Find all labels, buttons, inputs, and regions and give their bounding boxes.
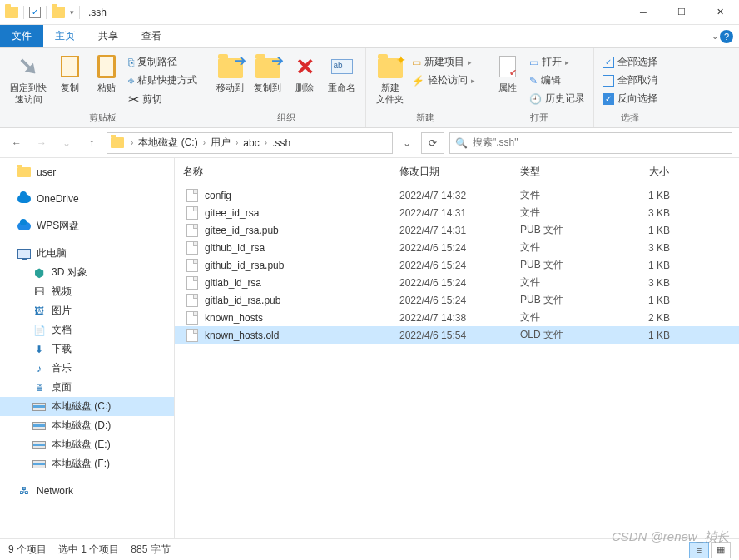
tree-item-desktop[interactable]: 🖥桌面 — [0, 378, 174, 397]
tree-item-drive-e[interactable]: 本地磁盘 (E:) — [0, 435, 174, 454]
file-name: known_hosts — [205, 312, 263, 324]
pin-button[interactable]: 固定到快 速访问 — [5, 52, 52, 107]
address-dropdown[interactable]: ⌄ — [398, 132, 416, 154]
refresh-button[interactable]: ⟳ — [421, 132, 444, 154]
minimize-button[interactable]: ─ — [624, 0, 662, 25]
file-row[interactable]: gitlab_id_rsa.pub2022/4/6 15:24PUB 文件1 K… — [175, 291, 739, 309]
ribbon-help[interactable]: ⌄ ? — [706, 25, 739, 47]
paste-shortcut-button[interactable]: ⎆粘贴快捷方式 — [125, 72, 201, 89]
file-name: gitee_id_rsa.pub — [205, 225, 279, 236]
tree-item-pictures[interactable]: 🖼图片 — [0, 301, 174, 320]
properties-button[interactable]: 属性 — [489, 52, 526, 95]
file-row[interactable]: config2022/4/7 14:32文件1 KB — [175, 186, 739, 204]
file-date: 2022/4/7 14:31 — [391, 207, 512, 219]
ribbon-group-organize: ➔ 移动到 ➔ 复制到 ✕ 删除 重命名 组织 — [206, 48, 366, 127]
folder-icon: ✦ — [378, 58, 403, 78]
address-bar[interactable]: › 本地磁盘 (C:) › 用户 › abc › .ssh — [107, 132, 393, 154]
file-row[interactable]: github_id_rsa2022/4/6 15:24文件3 KB — [175, 239, 739, 256]
collapse-ribbon-icon[interactable]: ⌄ — [712, 32, 718, 41]
tree-item-downloads[interactable]: ⬇下载 — [0, 339, 174, 359]
open-button[interactable]: ▭打开▸ — [526, 53, 588, 71]
chevron-right-icon[interactable]: › — [201, 138, 207, 147]
breadcrumb-item[interactable]: 本地磁盘 (C:) — [136, 136, 199, 150]
desktop-icon: 🖥 — [32, 381, 47, 394]
file-row[interactable]: gitlab_id_rsa2022/4/6 15:24文件3 KB — [175, 274, 739, 291]
file-size: 1 KB — [612, 295, 678, 306]
chevron-right-icon[interactable]: › — [129, 138, 135, 147]
tab-view[interactable]: 查看 — [130, 25, 173, 47]
breadcrumb-item[interactable]: .ssh — [270, 137, 292, 149]
tree-item-drive-f[interactable]: 本地磁盘 (F:) — [0, 454, 174, 473]
file-row[interactable]: known_hosts2022/4/7 14:38文件2 KB — [175, 309, 739, 326]
tab-file[interactable]: 文件 — [0, 25, 43, 47]
file-rows[interactable]: config2022/4/7 14:32文件1 KBgitee_id_rsa20… — [175, 186, 739, 538]
tree-item-drive-d[interactable]: 本地磁盘 (D:) — [0, 416, 174, 435]
history-button[interactable]: 🕘历史记录 — [526, 90, 588, 107]
col-header-type[interactable]: 类型 — [512, 158, 612, 186]
tree-item-documents[interactable]: 📄文档 — [0, 320, 174, 339]
close-button[interactable]: ✕ — [701, 0, 739, 25]
breadcrumb-item[interactable]: abc — [241, 137, 260, 149]
new-item-button[interactable]: ▭新建项目▸ — [409, 53, 479, 71]
up-button[interactable]: ↑ — [82, 133, 102, 153]
col-header-date[interactable]: 修改日期 — [391, 158, 512, 186]
view-details-button[interactable]: ≡ — [689, 542, 709, 558]
maximize-button[interactable]: ☐ — [662, 0, 701, 25]
separator — [23, 6, 24, 19]
delete-button[interactable]: ✕ 删除 — [286, 52, 323, 95]
tree-item-music[interactable]: ♪音乐 — [0, 359, 174, 378]
file-row[interactable]: gitee_id_rsa.pub2022/4/7 14:31PUB 文件1 KB — [175, 221, 739, 239]
tree-item-this-pc[interactable]: 此电脑 — [0, 244, 174, 263]
chevron-right-icon[interactable]: › — [234, 138, 240, 147]
tree-item-wps[interactable]: WPS网盘 — [0, 216, 174, 235]
download-icon: ⬇ — [32, 343, 47, 356]
tab-share[interactable]: 共享 — [87, 25, 130, 47]
nav-tree[interactable]: user OneDrive WPS网盘 此电脑 ⬢3D 对象 🎞视频 🖼图片 📄… — [0, 158, 175, 538]
copy-to-button[interactable]: ➔ 复制到 — [249, 52, 286, 95]
search-icon: 🔍 — [455, 137, 468, 149]
forward-button[interactable]: → — [32, 133, 52, 153]
file-date: 2022/4/7 14:31 — [391, 225, 512, 236]
copy-button[interactable]: 复制 — [52, 52, 88, 95]
file-row[interactable]: gitee_id_rsa2022/4/7 14:31文件3 KB — [175, 204, 739, 221]
tree-item-user[interactable]: user — [0, 163, 174, 181]
qat-properties-icon[interactable]: ✓ — [29, 7, 41, 18]
easy-access-button[interactable]: ⚡轻松访问▸ — [409, 72, 479, 89]
picture-icon: 🖼 — [32, 305, 47, 318]
file-date: 2022/4/6 15:24 — [391, 295, 512, 306]
back-button[interactable]: ← — [7, 133, 27, 153]
file-row[interactable]: known_hosts.old2022/4/6 15:54OLD 文件1 KB — [175, 326, 739, 344]
breadcrumb-item[interactable]: 用户 — [209, 136, 232, 150]
qat-dropdown-icon[interactable]: ▾ — [70, 8, 74, 17]
help-icon[interactable]: ? — [720, 30, 733, 43]
tree-item-onedrive[interactable]: OneDrive — [0, 190, 174, 208]
new-folder-button[interactable]: ✦ 新建 文件夹 — [371, 52, 409, 107]
search-input[interactable]: 🔍 搜索".ssh" — [449, 132, 732, 154]
view-icons-button[interactable]: ▦ — [711, 542, 731, 558]
select-all-button[interactable]: ✓全部选择 — [599, 53, 661, 71]
qat-folder-icon[interactable] — [52, 7, 65, 18]
cut-button[interactable]: ✂剪切 — [125, 90, 201, 109]
tree-item-videos[interactable]: 🎞视频 — [0, 282, 174, 301]
chevron-right-icon[interactable]: › — [263, 138, 269, 147]
edit-button[interactable]: ✎编辑 — [526, 72, 588, 89]
file-type: 文件 — [512, 275, 612, 290]
col-header-name[interactable]: 名称 — [175, 158, 391, 186]
tree-item-3d-objects[interactable]: ⬢3D 对象 — [0, 263, 174, 282]
move-to-button[interactable]: ➔ 移动到 — [211, 52, 249, 95]
copy-path-button[interactable]: ⎘复制路径 — [125, 53, 201, 71]
tree-item-drive-c[interactable]: 本地磁盘 (C:) — [0, 397, 174, 416]
address-row: ← → ⌄ ↑ › 本地磁盘 (C:) › 用户 › abc › .ssh ⌄ … — [0, 128, 739, 158]
app-icon[interactable] — [5, 7, 18, 18]
separator — [79, 6, 80, 19]
invert-selection-button[interactable]: ✓反向选择 — [599, 90, 661, 107]
tree-item-network[interactable]: 🖧Network — [0, 482, 174, 500]
col-header-size[interactable]: 大小 — [612, 158, 678, 186]
tab-home[interactable]: 主页 — [43, 25, 87, 47]
file-row[interactable]: github_id_rsa.pub2022/4/6 15:24PUB 文件1 K… — [175, 256, 739, 274]
select-none-button[interactable]: 全部取消 — [599, 72, 661, 89]
rename-button[interactable]: 重命名 — [323, 52, 360, 95]
recent-button[interactable]: ⌄ — [57, 133, 77, 153]
paste-button[interactable]: 粘贴 — [88, 52, 125, 95]
folder-icon — [111, 137, 124, 148]
